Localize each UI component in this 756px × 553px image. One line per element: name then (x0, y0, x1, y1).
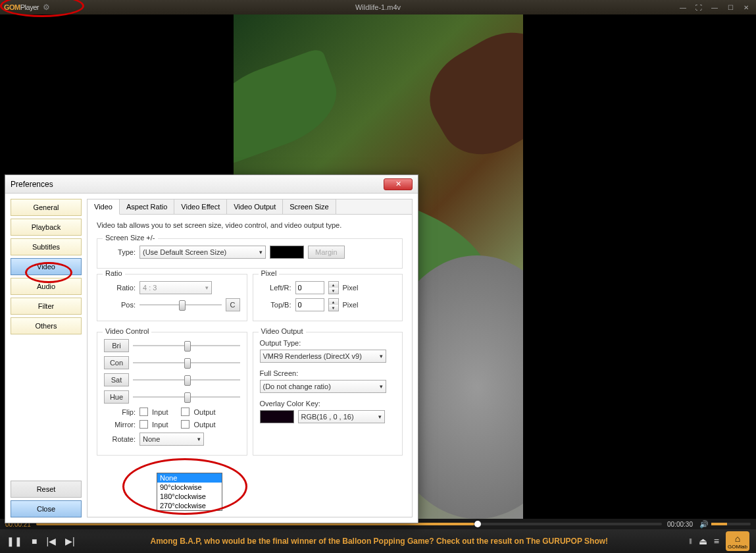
topbottom-label: Top/B: (260, 301, 291, 309)
tab-aspect-ratio[interactable]: Aspect Ratio (120, 199, 174, 214)
flip-input-check[interactable] (139, 408, 148, 416)
preferences-dialog: Preferences ✕ General Playback Subtitles… (5, 174, 418, 523)
rotate-select[interactable]: None (139, 433, 204, 446)
leftright-label: Left/R: (260, 284, 291, 292)
brightness-button[interactable]: Bri (104, 339, 129, 352)
screen-type-select[interactable]: (Use Default Screen Size) (139, 246, 266, 259)
pos-center-button[interactable]: C (226, 298, 240, 311)
sidebar-item-video[interactable]: Video (11, 258, 82, 275)
volume-icon[interactable]: 🔊 (699, 520, 709, 529)
fullscreen-icon[interactable]: ⛶ (693, 3, 705, 11)
pos-label: Pos: (104, 301, 136, 309)
preferences-main: Video Aspect Ratio Video Effect Video Ou… (87, 199, 413, 517)
mirror-output-check[interactable] (181, 420, 189, 429)
topbottom-spinner[interactable]: ▲▼ (328, 298, 339, 311)
minimize-extra-icon[interactable]: — (677, 3, 689, 11)
close-prefs-button[interactable]: Close (11, 500, 82, 517)
mirror-input-check[interactable] (139, 420, 148, 429)
preferences-sidebar: General Playback Subtitles Video Audio F… (11, 199, 82, 517)
preferences-tabs: Video Aspect Ratio Video Effect Video Ou… (88, 199, 412, 215)
tab-video[interactable]: Video (88, 199, 120, 215)
screen-color-swatch[interactable] (270, 246, 304, 259)
pause-button[interactable]: ❚❚ (7, 536, 22, 546)
app-logo: GOMPlayer (4, 3, 39, 11)
saturation-slider[interactable] (133, 373, 240, 386)
total-time: 00:00:30 (667, 521, 693, 528)
volume-track[interactable] (711, 523, 751, 525)
sidebar-item-playback[interactable]: Playback (11, 219, 82, 236)
leftright-input[interactable] (295, 281, 324, 294)
group-video-control: Video Control Bri Con Sat Hue Flip:Input… (97, 332, 247, 456)
minimize-icon[interactable]: — (709, 3, 720, 11)
ratio-label: Ratio: (104, 284, 136, 292)
rotate-option-270[interactable]: 270°clockwise (157, 501, 222, 510)
flip-output-check[interactable] (181, 408, 189, 416)
margin-button[interactable]: Margin (308, 246, 345, 259)
fullscreen-select[interactable]: (Do not change ratio) (260, 380, 386, 393)
window-title: Wildlife-1.m4v (355, 3, 401, 11)
marquee-text: Among B.A.P, who would be the final winn… (84, 537, 674, 546)
tb-unit: Pixel (343, 301, 359, 309)
output-type-select[interactable]: VMR9 Renderless (DirectX v9) (260, 350, 386, 363)
equalizer-icon[interactable]: ⦀ (689, 537, 692, 546)
sidebar-item-filter[interactable]: Filter (11, 298, 82, 315)
sidebar-item-subtitles[interactable]: Subtitles (11, 238, 82, 255)
rotate-option-180[interactable]: 180°clockwise (157, 492, 222, 501)
sidebar-item-audio[interactable]: Audio (11, 278, 82, 295)
contrast-slider[interactable] (133, 356, 240, 369)
overlay-select[interactable]: RGB(16 , 0 , 16) (298, 410, 385, 423)
fullscreen-label: Full Screen: (260, 369, 396, 377)
contrast-button[interactable]: Con (104, 356, 129, 369)
leftright-spinner[interactable]: ▲▼ (328, 281, 339, 294)
ratio-select[interactable]: 4 : 3 (139, 281, 212, 294)
titlebar: GOMPlayer ⚙ Wildlife-1.m4v — ⛶ — ☐ ✕ (0, 0, 756, 14)
rotate-dropdown: None 90°clockwise 180°clockwise 270°cloc… (157, 473, 222, 511)
seek-thumb[interactable] (474, 521, 481, 527)
control-bar: ❚❚ ■ |◀ ▶| Among B.A.P, who would be the… (0, 529, 756, 553)
type-label: Type: (104, 248, 136, 256)
hue-button[interactable]: Hue (104, 390, 129, 404)
reset-button[interactable]: Reset (11, 481, 82, 498)
close-window-icon[interactable]: ✕ (740, 3, 752, 11)
eject-icon[interactable]: ⏏ (699, 536, 707, 546)
group-ratio: Ratio Ratio: 4 : 3 Pos: C (97, 274, 247, 321)
home-button[interactable]: ⌂GOMlab (726, 531, 749, 551)
group-pixel: Pixel Left/R: ▲▼ Pixel Top/B: ▲▼ Pixel (253, 274, 403, 321)
mirror-label: Mirror: (104, 421, 136, 429)
output-type-label: Output Type: (260, 339, 396, 347)
tab-video-output[interactable]: Video Output (227, 199, 283, 214)
topbottom-input[interactable] (295, 298, 324, 311)
menu-icon[interactable]: ≡ (714, 536, 719, 546)
maximize-icon[interactable]: ☐ (724, 3, 736, 11)
preferences-close-button[interactable]: ✕ (384, 178, 413, 190)
group-screen-size: Screen Size +/- Type: (Use Default Scree… (97, 238, 403, 269)
overlay-label: Overlay Color Key: (260, 400, 396, 408)
lr-unit: Pixel (343, 284, 359, 292)
sidebar-item-others[interactable]: Others (11, 317, 82, 334)
prev-button[interactable]: |◀ (46, 536, 56, 546)
saturation-button[interactable]: Sat (104, 373, 129, 386)
hue-slider[interactable] (133, 390, 240, 404)
brightness-slider[interactable] (133, 339, 240, 352)
next-button[interactable]: ▶| (65, 536, 75, 546)
group-video-output: Video Output Output Type: VMR9 Renderles… (253, 332, 403, 456)
tab-video-effect[interactable]: Video Effect (174, 199, 227, 214)
preferences-title: Preferences (11, 180, 53, 189)
rotate-option-90[interactable]: 90°clockwise (157, 483, 222, 492)
flip-label: Flip: (104, 408, 136, 416)
gear-icon[interactable]: ⚙ (43, 3, 50, 12)
rotate-label: Rotate: (104, 435, 136, 443)
rotate-option-none[interactable]: None (157, 473, 222, 483)
stop-button[interactable]: ■ (32, 536, 37, 546)
tab-description: Video tab allows you to set screen size,… (97, 221, 403, 229)
overlay-color-swatch[interactable] (260, 410, 294, 423)
preferences-titlebar: Preferences ✕ (5, 175, 418, 194)
pos-slider[interactable] (139, 298, 222, 311)
tab-screen-size[interactable]: Screen Size (283, 199, 336, 214)
sidebar-item-general[interactable]: General (11, 199, 82, 216)
